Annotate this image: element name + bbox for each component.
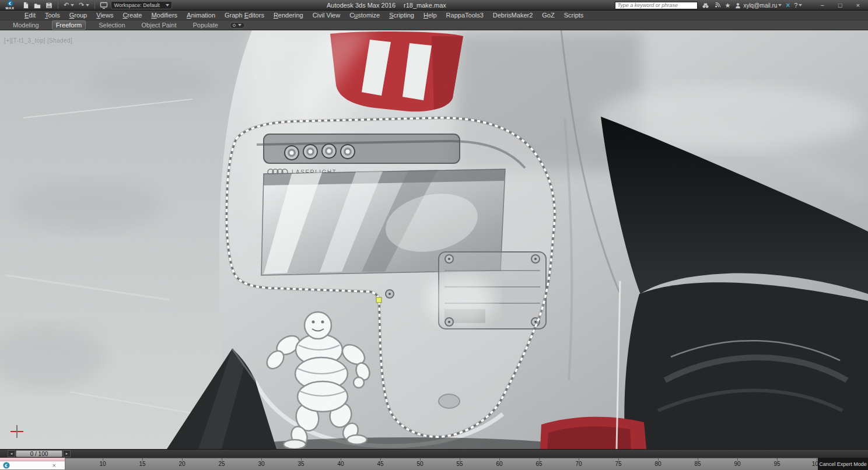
title-bar: MAX ↶ [0,0,868,10]
person-icon [734,2,741,9]
time-slider-handle[interactable]: 0 / 100 [16,450,62,457]
application-menu-button[interactable]: MAX [1,0,19,10]
favorites-button[interactable]: ★ [725,2,731,9]
communication-center-icon [713,2,721,9]
infocenter: ★ xylq@mail.ru × ? − □ × [615,0,868,10]
window-title: Autodesk 3ds Max 2016 r18_make.max [327,0,446,10]
track-bar[interactable]: 101520253035404550556065707580859095100 [0,458,868,470]
menu-animation[interactable]: Animation [182,10,220,20]
listener-close-icon[interactable]: × [52,462,56,469]
menu-customize[interactable]: Customize [345,10,384,20]
trackbar-tick-85: 85 [694,461,701,467]
tab-modeling[interactable]: Modeling [9,21,43,29]
chevron-down-icon [799,4,802,6]
time-slider[interactable]: ◄ 0 / 100 ► [0,449,868,458]
communication-center-button[interactable] [713,2,721,9]
save-file-button[interactable] [44,1,54,10]
previous-frame-button[interactable]: ◄ [8,450,15,457]
search-input[interactable] [615,2,698,9]
cancel-expert-mode-label: Cancel Expert Mode [819,461,867,467]
application-window: MAX ↶ [0,0,868,470]
viewport-scene: LASERLIGHT [0,30,868,449]
trackbar-tick-40: 40 [337,461,344,467]
close-button[interactable]: × [856,2,860,9]
max-logo-icon [6,0,14,6]
trackbar-tick-30: 30 [258,461,264,467]
new-scene-button[interactable] [21,1,30,10]
maxscript-mini-listener[interactable]: × [0,458,65,470]
cancel-expert-mode-button[interactable]: Cancel Expert Mode [818,458,868,470]
trackbar-tick-60: 60 [496,461,502,467]
chevron-down-icon [166,4,169,6]
menu-scripting[interactable]: Scripting [384,10,419,20]
ribbon-toggle-icon [233,24,236,27]
menu-help[interactable]: Help [419,10,442,20]
workspace-button[interactable] [99,1,108,10]
maxscript-icon [3,462,10,469]
menu-create[interactable]: Create [118,10,146,20]
quick-access-toolbar: MAX ↶ [0,0,172,10]
trackbar-tick-50: 50 [416,461,423,467]
search-button[interactable] [702,2,709,9]
menu-goz[interactable]: GoZ [537,10,559,20]
toolbar-separator [94,2,95,9]
ribbon-toggle-button[interactable] [230,22,245,29]
trackbar-tick-75: 75 [615,461,621,467]
trackbar-tick-20: 20 [178,461,185,467]
tab-selection[interactable]: Selection [95,21,128,29]
trackbar-tick-90: 90 [734,461,740,467]
spline-vertex-handle[interactable] [376,297,382,303]
redo-button[interactable]: ↷ [78,1,90,10]
menu-tools[interactable]: Tools [40,10,65,20]
save-icon [45,1,53,9]
user-account-button[interactable]: xylq@mail.ru [734,2,782,9]
tab-freeform[interactable]: Freeform [52,20,86,30]
binoculars-icon [702,2,709,9]
menu-rappatools3[interactable]: RappaTools3 [442,10,488,20]
toolbar-separator [58,2,58,9]
redo-icon: ↷ [79,1,84,9]
menu-graph-editors[interactable]: Graph Editors [220,10,269,20]
tab-populate[interactable]: Populate [189,21,221,29]
ribbon-tabs: ModelingFreeformSelectionObject PaintPop… [9,20,222,30]
exchange-apps-button[interactable]: × [786,2,790,9]
workspace-selector-value: Workspace: Default [114,2,159,8]
listener-pane[interactable]: × [0,461,65,469]
chevron-down-icon [238,24,242,26]
ribbon-tab-bar: ModelingFreeformSelectionObject PaintPop… [0,20,868,30]
trackbar-tick-70: 70 [575,461,582,467]
menu-rendering[interactable]: Rendering [269,10,308,20]
trackbar-tick-25: 25 [218,461,225,467]
chevron-down-icon [778,4,782,6]
trackbar-tick-95: 95 [774,461,780,467]
menu-group[interactable]: Group [65,10,92,20]
menu-edit[interactable]: Edit [20,10,40,20]
workspace-icon [100,1,108,9]
menu-modifiers[interactable]: Modifiers [146,10,182,20]
max-logo-label: MAX [6,6,15,10]
film-grain [0,30,868,449]
undo-button[interactable]: ↶ [62,1,75,10]
next-frame-button[interactable]: ► [63,450,71,457]
redo-dropdown-icon[interactable] [86,4,89,6]
exchange-apps-icon: × [786,2,790,9]
menu-views[interactable]: Views [92,10,118,20]
minimize-button[interactable]: − [820,2,824,9]
help-icon: ? [794,2,797,9]
menu-debrismaker2[interactable]: DebrisMaker2 [488,10,537,20]
viewport[interactable]: LASERLIGHT [0,30,868,449]
menu-bar: EditToolsGroupViewsCreateModifiersAnimat… [0,10,868,20]
maximize-button[interactable]: □ [838,2,842,9]
workspace-selector[interactable]: Workspace: Default [111,1,172,9]
account-email: xylq@mail.ru [743,2,777,9]
tab-object-paint[interactable]: Object Paint [138,21,180,29]
open-file-button[interactable] [33,1,42,10]
new-scene-icon [22,1,30,9]
menu-scripts[interactable]: Scripts [559,10,589,20]
menu-civil-view[interactable]: Civil View [308,10,345,20]
trackbar-tick-15: 15 [139,461,145,467]
undo-dropdown-icon[interactable] [71,4,74,6]
star-icon: ★ [725,2,731,9]
viewport-label[interactable]: [+][T-t1_3_top] [Shaded] [4,37,72,44]
help-button[interactable]: ? [794,2,802,9]
